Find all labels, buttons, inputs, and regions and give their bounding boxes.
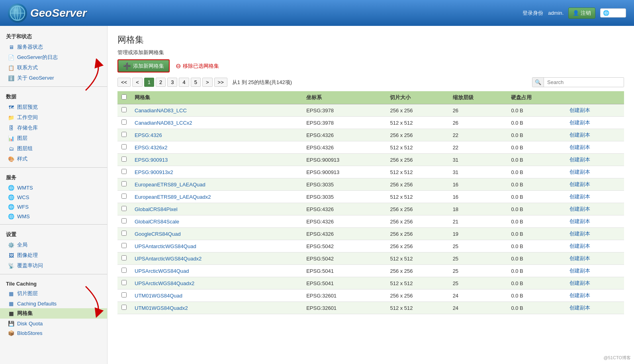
row-disk-cell: 0.0 B: [507, 117, 566, 129]
sidebar-item-layer-preview[interactable]: 🗺 图层预览: [0, 102, 107, 112]
clone-link[interactable]: 创建副本: [569, 206, 590, 212]
row-checkbox[interactable]: [121, 157, 127, 162]
sidebar-label: 联系方式: [17, 64, 38, 71]
gridset-name-link[interactable]: EPSG:900913x2: [135, 169, 173, 175]
sidebar-item-workspace[interactable]: 📁 工作空间: [0, 112, 107, 123]
col-tile: 切片大小: [386, 91, 448, 104]
add-gridset-button[interactable]: ➕ 添加新网格集: [117, 59, 170, 72]
sidebar-item-styles[interactable]: 🎨 样式: [0, 154, 107, 164]
clone-link[interactable]: 创建副本: [569, 231, 590, 237]
clone-link[interactable]: 创建副本: [569, 255, 590, 261]
sidebar-item-wmts[interactable]: 🌐 WMTS: [0, 183, 107, 192]
clone-link[interactable]: 创建副本: [569, 292, 590, 298]
gridset-name-link[interactable]: GlobalCRS84Scale: [135, 219, 179, 225]
gridset-name-link[interactable]: EuropeanETRS89_LAEAQuadx2: [135, 194, 211, 200]
gridset-name-link[interactable]: UPSArcticWGS84Quadx2: [135, 280, 194, 286]
sidebar-item-disk-quota[interactable]: 💾 Disk Quota: [0, 319, 107, 328]
sidebar-item-caching-defaults[interactable]: ▦ Caching Defaults: [0, 299, 107, 308]
page-1-button[interactable]: 1: [144, 78, 154, 87]
sidebar-item-coverage-access[interactable]: 📡 覆盖率访问: [0, 260, 107, 271]
clone-link[interactable]: 创建副本: [569, 144, 590, 150]
row-disk-cell: 0.0 B: [507, 228, 566, 240]
row-checkbox[interactable]: [121, 119, 127, 125]
remove-gridset-button[interactable]: ⊖ 移除已选网格集: [176, 62, 219, 70]
first-page-button[interactable]: <<: [117, 78, 131, 87]
clone-link[interactable]: 创建副本: [569, 280, 590, 286]
row-checkbox[interactable]: [121, 231, 127, 236]
page-2-button[interactable]: 2: [156, 78, 166, 87]
gridset-name-link[interactable]: GoogleCRS84Quad: [135, 231, 181, 237]
section-settings-title: 设置: [0, 228, 107, 240]
row-disk-cell: 0.0 B: [507, 302, 566, 314]
row-checkbox[interactable]: [121, 144, 127, 149]
row-checkbox[interactable]: [121, 169, 127, 174]
sidebar-item-layers[interactable]: 📊 图层: [0, 133, 107, 143]
blob-icon: 📦: [8, 330, 14, 336]
sidebar-item-about[interactable]: ℹ️ 关于 GeoServer: [0, 73, 107, 83]
clone-link[interactable]: 创建副本: [569, 119, 590, 125]
row-checkbox[interactable]: [121, 243, 127, 248]
prev-page-button[interactable]: <: [132, 78, 143, 87]
gridset-name-link[interactable]: EPSG:900913: [135, 157, 168, 163]
sidebar-item-image-processing[interactable]: 🖼 图像处理: [0, 250, 107, 260]
page-3-button[interactable]: 3: [167, 78, 177, 87]
gridset-name-link[interactable]: UTM01WGS84Quad: [135, 293, 182, 299]
gridset-name-link[interactable]: UPSAntarcticWGS84Quad: [135, 243, 196, 249]
page-4-button[interactable]: 4: [179, 78, 189, 87]
gridset-name-link[interactable]: EPSG:4326x2: [135, 145, 167, 151]
row-checkbox[interactable]: [121, 218, 127, 223]
row-name-cell: CanadianNAD83_LCCx2: [131, 117, 302, 129]
last-page-button[interactable]: >>: [214, 78, 227, 87]
gridset-name-link[interactable]: EuropeanETRS89_LAEAQuad: [135, 182, 205, 188]
row-checkbox[interactable]: [121, 292, 127, 297]
logout-button[interactable]: 👤 注销: [568, 8, 595, 19]
sidebar-item-contact[interactable]: 📋 联系方式: [0, 63, 107, 73]
gridset-name-link[interactable]: GlobalCRS84Pixel: [135, 206, 178, 212]
clone-link[interactable]: 创建副本: [569, 169, 590, 175]
clone-link[interactable]: 创建副本: [569, 181, 590, 187]
table-row: UPSAntarcticWGS84Quadx2 EPSG:5042 512 x …: [117, 252, 624, 265]
row-checkbox[interactable]: [121, 181, 127, 186]
clone-link[interactable]: 创建副本: [569, 107, 590, 113]
gridset-name-link[interactable]: EPSG:4326: [135, 132, 162, 138]
row-checkbox[interactable]: [121, 305, 127, 310]
sidebar-item-global[interactable]: ⚙️ 全局: [0, 240, 107, 250]
clone-link[interactable]: 创建副本: [569, 243, 590, 249]
gridset-name-link[interactable]: CanadianNAD83_LCC: [135, 108, 187, 114]
sidebar-item-wcs[interactable]: 🌐 WCS: [0, 192, 107, 202]
clone-link[interactable]: 创建副本: [569, 268, 590, 274]
sidebar-item-store[interactable]: 🗄 存储仓库: [0, 123, 107, 133]
row-checkbox[interactable]: [121, 255, 127, 260]
clone-link[interactable]: 创建副本: [569, 132, 590, 138]
next-page-button[interactable]: >: [202, 78, 213, 87]
gridset-name-link[interactable]: UPSArcticWGS84Quad: [135, 268, 189, 274]
clone-link[interactable]: 创建副本: [569, 305, 590, 311]
sidebar-label: 全局: [17, 241, 27, 249]
row-checkbox[interactable]: [121, 132, 127, 137]
sidebar-label: 工作空间: [17, 114, 38, 121]
clone-link[interactable]: 创建副本: [569, 194, 590, 200]
sidebar-item-layergroups[interactable]: 🗂 图层组: [0, 143, 107, 154]
sidebar-item-logs[interactable]: 📄 GeoServer的日志: [0, 52, 107, 63]
sidebar-item-tile-layers[interactable]: ▦ 切片图层: [0, 288, 107, 299]
sidebar-item-wfs[interactable]: 🌐 WFS: [0, 202, 107, 211]
table-row: GlobalCRS84Pixel EPSG:4326 256 x 256 18 …: [117, 203, 624, 215]
page-5-button[interactable]: 5: [191, 78, 201, 87]
row-checkbox[interactable]: [121, 194, 127, 199]
clone-link[interactable]: 创建副本: [569, 157, 590, 162]
gridset-name-link[interactable]: UTM01WGS84Quadx2: [135, 305, 188, 311]
select-all-checkbox[interactable]: [121, 94, 127, 100]
row-checkbox[interactable]: [121, 280, 127, 285]
sidebar-item-gridsets[interactable]: ▦ 网格集: [0, 308, 107, 319]
row-checkbox[interactable]: [121, 206, 127, 211]
search-input[interactable]: [544, 78, 624, 87]
sidebar-item-server-status[interactable]: 🖥 服务器状态: [0, 42, 107, 52]
gridset-name-link[interactable]: CanadianNAD83_LCCx2: [135, 120, 192, 126]
sidebar-item-wms[interactable]: 🌐 WMS: [0, 211, 107, 221]
row-checkbox[interactable]: [121, 107, 127, 112]
language-selector[interactable]: 🌐 zh ▼: [600, 8, 626, 18]
clone-link[interactable]: 创建副本: [569, 218, 590, 224]
row-checkbox[interactable]: [121, 268, 127, 273]
sidebar-item-blobstores[interactable]: 📦 BlobStores: [0, 328, 107, 338]
gridset-name-link[interactable]: UPSAntarcticWGS84Quadx2: [135, 256, 202, 262]
